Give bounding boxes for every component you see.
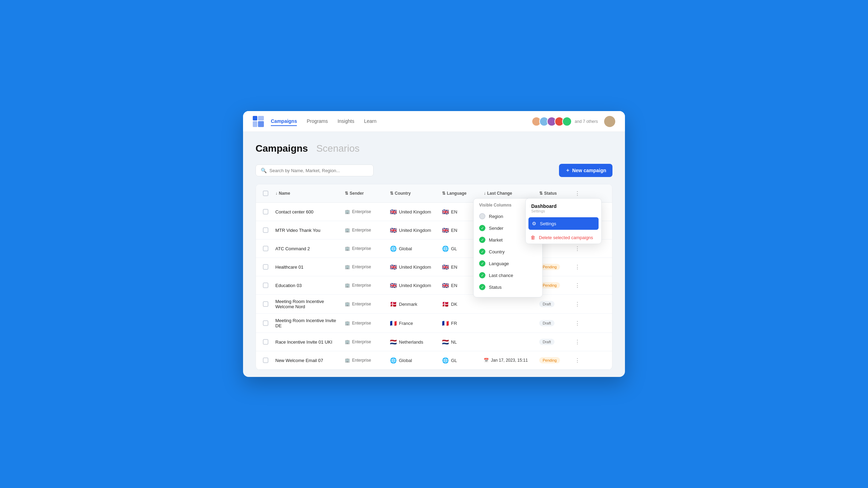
vc-country[interactable]: ✓ Country [474,246,542,258]
sort-icon-last-change: ↓ [484,191,486,196]
column-more-button[interactable]: ⋮ [574,188,581,198]
delete-icon: 🗑 [531,235,535,240]
row-9-more[interactable]: ⋮ [571,351,584,369]
dp-settings-item[interactable]: ⚙ Settings [528,217,599,230]
row-4-more-btn[interactable]: ⋮ [574,262,581,272]
vc-last-chance-check: ✓ [479,272,485,278]
row-4-more[interactable]: ⋮ [571,258,584,276]
row-8-last-change [481,338,536,346]
row-6-last-change [481,300,536,308]
th-sender[interactable]: ⇅ Sender [342,187,387,200]
row-9-checkbox[interactable] [263,357,268,363]
row-2-name[interactable]: MTR Video Thank You [273,224,342,237]
row-5-more-btn[interactable]: ⋮ [574,280,581,290]
vc-last-chance[interactable]: ✓ Last chance [474,269,542,281]
dp-delete-label: Delete selected campaigns [539,235,593,240]
vc-country-label: Country [489,249,505,254]
th-checkbox [260,186,273,200]
table-row: Healthcare 01 🏢Enterprise 🇬🇧United Kingd… [256,258,612,276]
row-4-checkbox[interactable] [263,264,268,270]
new-campaign-button[interactable]: ＋ New campaign [559,164,612,177]
row-5-name[interactable]: Education 03 [273,279,342,292]
row-8-more-btn[interactable]: ⋮ [574,337,581,347]
row-9-more-btn[interactable]: ⋮ [574,355,581,365]
row-7-more[interactable]: ⋮ [571,314,584,332]
th-sender-label: Sender [350,191,364,196]
row-checkbox [260,223,273,237]
campaigns-table: ↓ Name ⇅ Sender ⇅ Country ⇅ Language [256,184,612,370]
sender-icon-1: 🏢 [345,209,350,214]
search-box[interactable]: 🔍 [256,165,374,176]
header-checkbox[interactable] [263,191,268,196]
th-country-label: Country [395,191,411,196]
vc-country-check: ✓ [479,249,485,255]
nav-learn[interactable]: Learn [364,117,376,126]
row-3-name[interactable]: ATC Command 2 [273,242,342,255]
avatar-count: and 7 others [575,119,598,124]
vc-status-check: ✓ [479,284,485,290]
row-7-sender: 🏢Enterprise [342,317,387,330]
sender-icon-7: 🏢 [345,321,350,326]
row-3-checkbox[interactable] [263,246,268,251]
row-7-checkbox[interactable] [263,320,268,326]
row-2-sender: 🏢Enterprise [342,224,387,237]
current-user-avatar[interactable] [604,116,615,127]
dp-subtitle: Settings [531,209,596,213]
filter-icon-sender: ⇅ [345,191,348,196]
nav-bar: Campaigns Programs Insights Learn and 7 … [243,111,625,132]
row-7-name[interactable]: Meeting Room Incentive Invite DE [273,314,342,333]
row-9-country: 🌐Global [387,353,439,368]
row-7-more-btn[interactable]: ⋮ [574,318,581,328]
sender-icon-9: 🏢 [345,358,350,363]
row-5-checkbox[interactable] [263,283,268,288]
new-campaign-label: New campaign [572,168,606,173]
row-5-more[interactable]: ⋮ [571,276,584,294]
dp-delete-item[interactable]: 🗑 Delete selected campaigns [526,231,601,244]
vc-status[interactable]: ✓ Status [474,281,542,293]
row-8-checkbox[interactable] [263,339,268,345]
avatar-5 [562,117,572,126]
tab-campaigns[interactable]: Campaigns [256,143,308,154]
row-checkbox [260,205,273,219]
th-name[interactable]: ↓ Name [273,187,342,200]
row-6-more[interactable]: ⋮ [571,295,584,313]
th-last-change-label: Last Change [487,191,512,196]
sort-icon: ↓ [275,191,277,196]
row-6-sender: 🏢Enterprise [342,297,387,311]
dp-header: Dashboard Settings [526,199,601,216]
row-1-name[interactable]: Contact center 600 [273,205,342,219]
row-2-checkbox[interactable] [263,227,268,233]
row-1-checkbox[interactable] [263,209,268,214]
toolbar: 🔍 ＋ New campaign [256,164,612,177]
row-6-more-btn[interactable]: ⋮ [574,299,581,309]
tab-scenarios[interactable]: Scenarios [316,143,360,154]
nav-insights[interactable]: Insights [337,117,354,126]
nav-campaigns[interactable]: Campaigns [271,117,297,126]
row-5-sender: 🏢Enterprise [342,279,387,292]
th-language[interactable]: ⇅ Language [439,187,481,200]
th-country[interactable]: ⇅ Country [387,187,439,200]
dp-title: Dashboard [531,203,596,209]
app-window: Campaigns Programs Insights Learn and 7 … [243,111,625,377]
search-input[interactable] [269,168,368,173]
table-row: Meeting Room Incentive Invite DE 🏢Enterp… [256,314,612,333]
app-logo [253,116,264,127]
row-6-language: 🇩🇰DK [439,297,481,312]
nav-programs[interactable]: Programs [307,117,328,126]
row-8-more[interactable]: ⋮ [571,333,584,351]
row-7-status: Draft [536,316,571,330]
row-4-name[interactable]: Healthcare 01 [273,260,342,274]
row-9-sender: 🏢Enterprise [342,354,387,367]
row-3-more-btn[interactable]: ⋮ [574,244,581,253]
row-9-name[interactable]: New Welcome Email 07 [273,354,342,367]
row-8-name[interactable]: Race Incentive Invite 01 UKI [273,335,342,349]
filter-icon-status: ⇅ [539,191,543,196]
row-6-name[interactable]: Meeting Room Incentive Welcome Nord [273,295,342,313]
nav-links: Campaigns Programs Insights Learn [271,117,532,126]
row-6-checkbox[interactable] [263,301,268,307]
row-checkbox [260,335,273,349]
row-1-sender: 🏢Enterprise [342,205,387,218]
table-row: New Welcome Email 07 🏢Enterprise 🌐Global… [256,351,612,370]
vc-language[interactable]: ✓ Language [474,258,542,269]
vc-status-label: Status [489,285,502,290]
